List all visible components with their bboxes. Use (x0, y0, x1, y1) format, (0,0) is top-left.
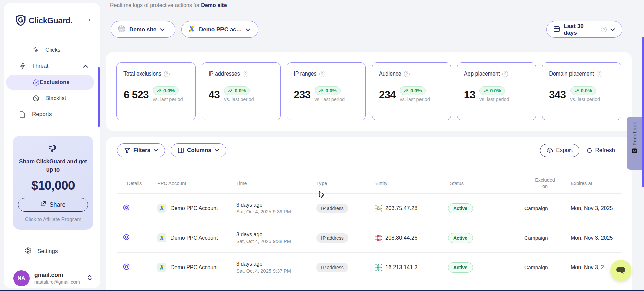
chevron-up-icon[interactable] (83, 63, 88, 69)
share-button-label: Share (49, 201, 65, 208)
subtitle-text: Realtime logs of protective actions for (110, 2, 200, 8)
row-details-eye-icon[interactable] (117, 204, 157, 212)
export-button[interactable]: Export (540, 144, 579, 157)
stat-label: IP addresses (209, 71, 240, 77)
stat-card-domain-placement: Domain placement? 343 0.0% vs. last peri… (542, 62, 621, 120)
col-header-type[interactable]: Type (316, 181, 375, 186)
row-status: Active (448, 203, 524, 213)
row-ppc-account: Demo PPC Account (157, 263, 236, 272)
time-relative: 3 days ago (236, 232, 316, 238)
subtitle-site-name: Demo site (201, 2, 227, 8)
site-selector[interactable]: Demo site (111, 21, 175, 38)
affiliate-link[interactable]: Click to Affiliate Program (17, 216, 89, 222)
chat-bubble-icon (616, 266, 626, 275)
sidebar-scrollbar[interactable] (98, 67, 100, 127)
row-time: 3 days ago Sat, Oct 4, 2025 9:38 PM (236, 232, 316, 244)
time-relative: 3 days ago (236, 202, 316, 208)
account-name: gmail.com (34, 272, 87, 279)
type-badge: IP address (316, 233, 348, 243)
row-details-eye-icon[interactable] (117, 234, 157, 242)
google-ads-icon (157, 263, 166, 272)
trend-badge: 0.0% (479, 86, 505, 95)
exclusions-table-panel: Filters Columns Export Refresh Details P… (106, 137, 632, 291)
account-switcher[interactable]: NA gmail.com naatali.ro@gmail.com (13, 270, 92, 286)
help-icon: ? (601, 27, 607, 32)
chevron-down-icon (215, 149, 219, 152)
logo-row: ClickGuard. (16, 15, 93, 27)
entity-value: 208.80.44.26 (385, 235, 417, 241)
col-header-excluded-on[interactable]: Excluded on (524, 177, 566, 190)
columns-button[interactable]: Columns (171, 143, 226, 157)
feedback-smiley-icon (631, 148, 638, 156)
clickguard-logo-icon (16, 15, 26, 27)
gear-icon (24, 247, 32, 256)
sidebar-item-exclusions[interactable]: Exclusions (6, 75, 94, 90)
help-icon[interactable]: ? (597, 71, 602, 77)
sidebar-item-reports[interactable]: Reports (4, 107, 97, 122)
share-button[interactable]: Share (18, 198, 88, 212)
entity-identicon (375, 264, 382, 271)
sidebar-item-label: Blacklist (45, 95, 66, 102)
row-ppc-account: Demo PPC Account (157, 204, 236, 213)
trend-caption: vs. last period (315, 97, 345, 102)
col-header-expires-at[interactable]: Expires at (566, 181, 622, 186)
trend-up-icon (483, 89, 488, 93)
row-expires-at: Mon, Nov 3, 2025 (566, 205, 622, 211)
sidebar-item-settings[interactable]: Settings (19, 247, 100, 256)
ppc-account-name: Demo PPC Account (170, 235, 218, 241)
table-toolbar: Filters Columns Export Refresh (117, 143, 615, 157)
help-icon[interactable]: ? (502, 71, 508, 77)
chevron-down-icon (610, 26, 615, 33)
document-icon (19, 111, 26, 118)
col-header-details[interactable]: Details (117, 181, 157, 186)
trend-up-icon (319, 89, 324, 93)
affiliate-promo-card[interactable]: Share ClickGuard and get up to $10,000 S… (13, 136, 93, 230)
trend-badge: 0.0% (224, 86, 250, 95)
sidebar-item-clicks[interactable]: Clicks (4, 42, 97, 58)
col-header-entity[interactable]: Entity (375, 181, 448, 186)
row-details-eye-icon[interactable] (117, 263, 157, 271)
col-header-time[interactable]: Time (236, 181, 316, 186)
row-entity: 208.80.44.26 (375, 235, 448, 241)
col-header-status[interactable]: Status (448, 181, 524, 186)
help-icon[interactable]: ? (404, 71, 410, 77)
filters-button[interactable]: Filters (117, 143, 165, 157)
sidebar-collapse-icon[interactable] (86, 17, 93, 25)
help-icon[interactable]: ? (319, 71, 325, 77)
help-icon[interactable]: ? (164, 71, 170, 77)
table-row: Demo PPC Account 3 days ago Sat, Oct 4, … (117, 252, 622, 282)
help-icon[interactable]: ? (243, 71, 248, 77)
trend-up-icon (404, 89, 409, 93)
refresh-button[interactable]: Refresh (587, 147, 615, 154)
chat-launcher-button[interactable] (610, 260, 631, 281)
megaphone-icon (48, 148, 58, 154)
col-header-ppc-account[interactable]: PPC Account (157, 181, 236, 186)
sidebar-item-label: Clicks (45, 47, 60, 53)
trend-badge: 0.0% (570, 86, 596, 95)
status-badge: Active (448, 203, 473, 213)
filters-label: Filters (133, 147, 150, 154)
row-excluded-on: Campaign (524, 235, 566, 241)
stat-label: Total exclusions (123, 71, 161, 77)
main-scrollbar[interactable] (642, 37, 644, 187)
trend-badge: 0.0% (400, 86, 426, 95)
ppc-account-selector[interactable]: Demo PPC ac… (181, 21, 258, 38)
row-type: IP address (316, 204, 375, 213)
feedback-tab[interactable]: Feedback (627, 117, 642, 170)
ppc-account-name: Demo PPC Account (170, 205, 218, 211)
table-row: Demo PPC Account 3 days ago Sat, Oct 4, … (117, 193, 622, 223)
sidebar-item-label: Threat (32, 63, 48, 69)
stat-label: IP ranges (294, 71, 316, 77)
entity-value: 16.213.141.2… (385, 264, 423, 271)
row-type: IP address (316, 233, 375, 243)
stats-panel: Total exclusions? 6 523 0.0% vs. last pe… (106, 52, 632, 131)
date-range-selector[interactable]: Last 30 days ? (546, 21, 622, 38)
stat-card-audience: Audience? 234 0.0% vs. last period (372, 62, 451, 120)
trend-caption: vs. last period (400, 97, 430, 102)
sidebar-item-threat[interactable]: Threat (4, 58, 97, 74)
refresh-label: Refresh (595, 147, 615, 154)
time-absolute: Sat, Oct 4, 2025 9:37 PM (236, 268, 316, 274)
sidebar-item-blacklist[interactable]: Blacklist (4, 91, 97, 106)
calendar-icon (553, 25, 560, 34)
time-absolute: Sat, Oct 4, 2025 9:38 PM (236, 239, 316, 244)
